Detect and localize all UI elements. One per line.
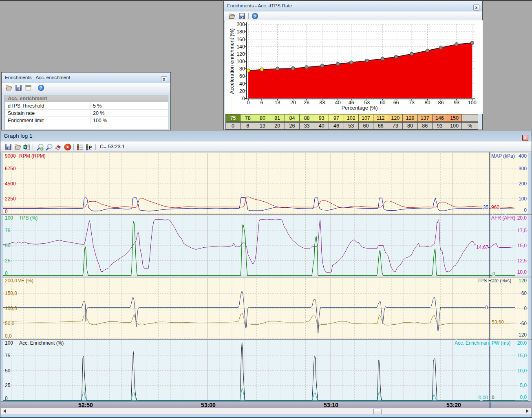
- svg-text:0: 0: [5, 209, 8, 214]
- svg-text:300: 300: [519, 166, 527, 172]
- svg-text:86: 86: [438, 100, 444, 106]
- svg-text:50: 50: [5, 243, 11, 249]
- svg-text:10,0: 10,0: [517, 368, 527, 374]
- svg-text:180: 180: [236, 29, 245, 35]
- svg-text:4500: 4500: [5, 181, 16, 187]
- svg-text:15,0: 15,0: [517, 353, 527, 359]
- svg-text:0: 0: [524, 207, 527, 213]
- svg-text:960: 960: [491, 205, 499, 210]
- svg-text:40: 40: [239, 81, 245, 87]
- svg-text:66: 66: [393, 100, 399, 106]
- svg-text:60: 60: [380, 100, 386, 106]
- svg-text:73: 73: [409, 100, 415, 106]
- svg-text:60: 60: [239, 73, 245, 79]
- svg-text:VE (%): VE (%): [18, 278, 33, 284]
- svg-text:0: 0: [524, 306, 527, 311]
- svg-text:50,0: 50,0: [5, 321, 15, 326]
- svg-text:5,0: 5,0: [520, 383, 527, 388]
- svg-text:TPS (%): TPS (%): [19, 215, 38, 221]
- svg-text:Acc. Enrichment PW (ms): Acc. Enrichment PW (ms): [455, 340, 510, 346]
- svg-text:20,0: 20,0: [517, 340, 527, 346]
- svg-text:20,0: 20,0: [517, 215, 527, 221]
- svg-text:10,0: 10,0: [517, 269, 527, 275]
- svg-text:0: 0: [5, 396, 8, 401]
- svg-text:-60: -60: [520, 321, 527, 326]
- svg-text:200,0: 200,0: [5, 278, 17, 284]
- svg-text:33: 33: [319, 100, 325, 106]
- svg-text:20: 20: [290, 100, 296, 106]
- svg-text:140: 140: [236, 44, 245, 50]
- svg-text:40: 40: [335, 100, 341, 106]
- svg-text:100: 100: [468, 100, 477, 106]
- svg-text:100,0: 100,0: [5, 306, 17, 311]
- svg-text:75: 75: [5, 228, 11, 233]
- svg-text:0,0: 0,0: [5, 333, 12, 339]
- svg-text:17,5: 17,5: [517, 228, 527, 233]
- svg-text:25: 25: [5, 383, 11, 388]
- svg-text:400: 400: [519, 153, 527, 159]
- svg-text:0,0: 0,0: [520, 394, 527, 400]
- svg-text:80: 80: [425, 100, 430, 106]
- svg-text:100: 100: [5, 340, 13, 346]
- svg-text:2250: 2250: [5, 196, 16, 202]
- svg-text:13: 13: [275, 100, 280, 106]
- svg-text:26: 26: [304, 100, 309, 106]
- svg-text:100: 100: [236, 59, 245, 64]
- svg-text:0: 0: [492, 395, 494, 400]
- svg-text:80: 80: [239, 66, 245, 72]
- svg-text:6750: 6750: [5, 166, 16, 172]
- svg-text:150,0: 150,0: [5, 290, 17, 296]
- svg-text:6: 6: [260, 100, 263, 106]
- svg-text:0: 0: [247, 100, 250, 106]
- svg-text:120: 120: [519, 278, 527, 284]
- svg-text:9000: 9000: [5, 153, 16, 159]
- svg-text:200: 200: [236, 22, 245, 27]
- svg-text:12,5: 12,5: [517, 258, 527, 264]
- svg-text:0: 0: [485, 305, 488, 310]
- svg-text:100: 100: [5, 215, 13, 221]
- svg-text:Percentage (%): Percentage (%): [342, 105, 378, 111]
- svg-text:93: 93: [454, 100, 459, 106]
- svg-text:?: ?: [40, 86, 42, 90]
- svg-text:RPM (RPM): RPM (RPM): [19, 153, 46, 159]
- svg-text:14,67: 14,67: [476, 244, 488, 250]
- svg-text:-120: -120: [517, 332, 527, 338]
- svg-text:25: 25: [5, 258, 11, 264]
- svg-text:200: 200: [519, 181, 527, 187]
- svg-text:0: 0: [492, 271, 495, 277]
- svg-text:35: 35: [483, 205, 489, 210]
- svg-text:75: 75: [5, 353, 11, 359]
- svg-text:0: 0: [242, 96, 245, 101]
- svg-text:MAP (kPa): MAP (kPa): [491, 153, 515, 159]
- svg-text:Acc. Enrichment (%): Acc. Enrichment (%): [19, 340, 64, 346]
- svg-text:0,00: 0,00: [479, 395, 488, 400]
- svg-text:53,60: 53,60: [492, 319, 504, 325]
- svg-text:?: ?: [254, 14, 256, 19]
- svg-text:AFR (AFR): AFR (AFR): [491, 215, 515, 221]
- svg-text:TPS Rate (%/s): TPS Rate (%/s): [477, 278, 511, 284]
- svg-text:120: 120: [236, 51, 245, 57]
- svg-text:15,0: 15,0: [517, 243, 527, 249]
- svg-text:Acceleration enrichment (%): Acceleration enrichment (%): [229, 29, 235, 94]
- svg-text:0: 0: [5, 271, 8, 276]
- svg-text:160: 160: [236, 37, 245, 42]
- svg-text:50: 50: [5, 368, 11, 374]
- svg-text:100: 100: [519, 196, 527, 202]
- svg-text:20: 20: [239, 88, 245, 94]
- svg-text:60: 60: [521, 290, 527, 296]
